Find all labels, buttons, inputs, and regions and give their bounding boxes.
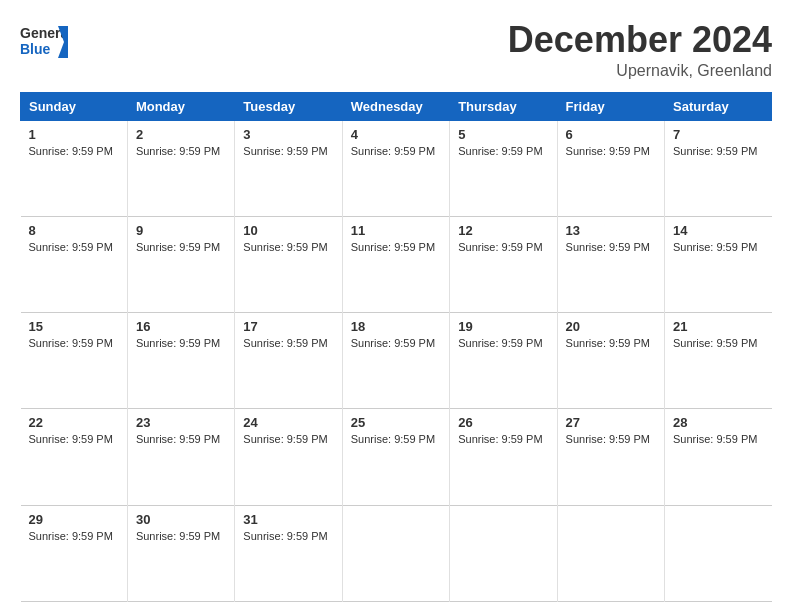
sunrise-text: Sunrise: 9:59 PM	[673, 145, 757, 157]
sunrise-text: Sunrise: 9:59 PM	[351, 145, 435, 157]
sunrise-text: Sunrise: 9:59 PM	[29, 241, 113, 253]
table-row: 17Sunrise: 9:59 PM	[235, 313, 342, 409]
day-number: 31	[243, 512, 333, 527]
header-wednesday: Wednesday	[342, 92, 449, 120]
day-number: 27	[566, 415, 656, 430]
header-thursday: Thursday	[450, 92, 557, 120]
day-number: 17	[243, 319, 333, 334]
day-number: 12	[458, 223, 548, 238]
header: General Blue December 2024 Upernavik, Gr…	[20, 20, 772, 80]
sunrise-text: Sunrise: 9:59 PM	[136, 530, 220, 542]
table-row: 22Sunrise: 9:59 PM	[21, 409, 128, 505]
day-number: 16	[136, 319, 226, 334]
table-row	[450, 505, 557, 601]
sunrise-text: Sunrise: 9:59 PM	[673, 241, 757, 253]
day-number: 28	[673, 415, 763, 430]
svg-text:Blue: Blue	[20, 41, 51, 57]
table-row: 2Sunrise: 9:59 PM	[127, 120, 234, 216]
sunrise-text: Sunrise: 9:59 PM	[29, 530, 113, 542]
sunrise-text: Sunrise: 9:59 PM	[351, 433, 435, 445]
table-row: 29Sunrise: 9:59 PM	[21, 505, 128, 601]
day-number: 30	[136, 512, 226, 527]
title-block: December 2024 Upernavik, Greenland	[508, 20, 772, 80]
sunrise-text: Sunrise: 9:59 PM	[458, 433, 542, 445]
table-row	[665, 505, 772, 601]
sunrise-text: Sunrise: 9:59 PM	[351, 337, 435, 349]
day-number: 4	[351, 127, 441, 142]
table-row: 20Sunrise: 9:59 PM	[557, 313, 664, 409]
sunrise-text: Sunrise: 9:59 PM	[136, 337, 220, 349]
sunrise-text: Sunrise: 9:59 PM	[136, 241, 220, 253]
logo-icon: General Blue	[20, 20, 68, 64]
sunrise-text: Sunrise: 9:59 PM	[29, 433, 113, 445]
day-number: 9	[136, 223, 226, 238]
header-saturday: Saturday	[665, 92, 772, 120]
table-row: 31Sunrise: 9:59 PM	[235, 505, 342, 601]
table-row: 23Sunrise: 9:59 PM	[127, 409, 234, 505]
sunrise-text: Sunrise: 9:59 PM	[351, 241, 435, 253]
day-number: 19	[458, 319, 548, 334]
day-number: 13	[566, 223, 656, 238]
header-monday: Monday	[127, 92, 234, 120]
sunrise-text: Sunrise: 9:59 PM	[458, 145, 542, 157]
table-row: 26Sunrise: 9:59 PM	[450, 409, 557, 505]
sunrise-text: Sunrise: 9:59 PM	[458, 241, 542, 253]
logo: General Blue	[20, 20, 70, 64]
day-number: 10	[243, 223, 333, 238]
day-number: 3	[243, 127, 333, 142]
table-row: 15Sunrise: 9:59 PM	[21, 313, 128, 409]
table-row: 28Sunrise: 9:59 PM	[665, 409, 772, 505]
day-number: 14	[673, 223, 763, 238]
calendar-week-row: 1Sunrise: 9:59 PM2Sunrise: 9:59 PM3Sunri…	[21, 120, 772, 216]
day-number: 11	[351, 223, 441, 238]
sunrise-text: Sunrise: 9:59 PM	[243, 530, 327, 542]
table-row: 30Sunrise: 9:59 PM	[127, 505, 234, 601]
calendar-week-row: 29Sunrise: 9:59 PM30Sunrise: 9:59 PM31Su…	[21, 505, 772, 601]
day-number: 7	[673, 127, 763, 142]
table-row: 16Sunrise: 9:59 PM	[127, 313, 234, 409]
day-number: 29	[29, 512, 119, 527]
table-row: 19Sunrise: 9:59 PM	[450, 313, 557, 409]
day-number: 1	[29, 127, 119, 142]
calendar-body: 1Sunrise: 9:59 PM2Sunrise: 9:59 PM3Sunri…	[21, 120, 772, 601]
day-number: 2	[136, 127, 226, 142]
sunrise-text: Sunrise: 9:59 PM	[673, 337, 757, 349]
month-title: December 2024	[508, 20, 772, 60]
table-row: 18Sunrise: 9:59 PM	[342, 313, 449, 409]
sunrise-text: Sunrise: 9:59 PM	[243, 241, 327, 253]
table-row: 25Sunrise: 9:59 PM	[342, 409, 449, 505]
table-row: 21Sunrise: 9:59 PM	[665, 313, 772, 409]
day-number: 24	[243, 415, 333, 430]
day-number: 15	[29, 319, 119, 334]
table-row: 8Sunrise: 9:59 PM	[21, 216, 128, 312]
location-title: Upernavik, Greenland	[508, 62, 772, 80]
calendar-week-row: 15Sunrise: 9:59 PM16Sunrise: 9:59 PM17Su…	[21, 313, 772, 409]
sunrise-text: Sunrise: 9:59 PM	[566, 433, 650, 445]
sunrise-text: Sunrise: 9:59 PM	[29, 337, 113, 349]
table-row: 24Sunrise: 9:59 PM	[235, 409, 342, 505]
table-row: 14Sunrise: 9:59 PM	[665, 216, 772, 312]
table-row: 9Sunrise: 9:59 PM	[127, 216, 234, 312]
sunrise-text: Sunrise: 9:59 PM	[243, 337, 327, 349]
table-row: 10Sunrise: 9:59 PM	[235, 216, 342, 312]
header-sunday: Sunday	[21, 92, 128, 120]
sunrise-text: Sunrise: 9:59 PM	[29, 145, 113, 157]
table-row: 6Sunrise: 9:59 PM	[557, 120, 664, 216]
day-number: 6	[566, 127, 656, 142]
day-number: 26	[458, 415, 548, 430]
table-row: 3Sunrise: 9:59 PM	[235, 120, 342, 216]
calendar-week-row: 22Sunrise: 9:59 PM23Sunrise: 9:59 PM24Su…	[21, 409, 772, 505]
page: General Blue December 2024 Upernavik, Gr…	[0, 0, 792, 612]
sunrise-text: Sunrise: 9:59 PM	[243, 433, 327, 445]
day-number: 18	[351, 319, 441, 334]
sunrise-text: Sunrise: 9:59 PM	[566, 145, 650, 157]
calendar-header-row: Sunday Monday Tuesday Wednesday Thursday…	[21, 92, 772, 120]
sunrise-text: Sunrise: 9:59 PM	[673, 433, 757, 445]
table-row	[557, 505, 664, 601]
sunrise-text: Sunrise: 9:59 PM	[566, 337, 650, 349]
calendar-week-row: 8Sunrise: 9:59 PM9Sunrise: 9:59 PM10Sunr…	[21, 216, 772, 312]
day-number: 5	[458, 127, 548, 142]
table-row: 13Sunrise: 9:59 PM	[557, 216, 664, 312]
table-row: 5Sunrise: 9:59 PM	[450, 120, 557, 216]
day-number: 25	[351, 415, 441, 430]
